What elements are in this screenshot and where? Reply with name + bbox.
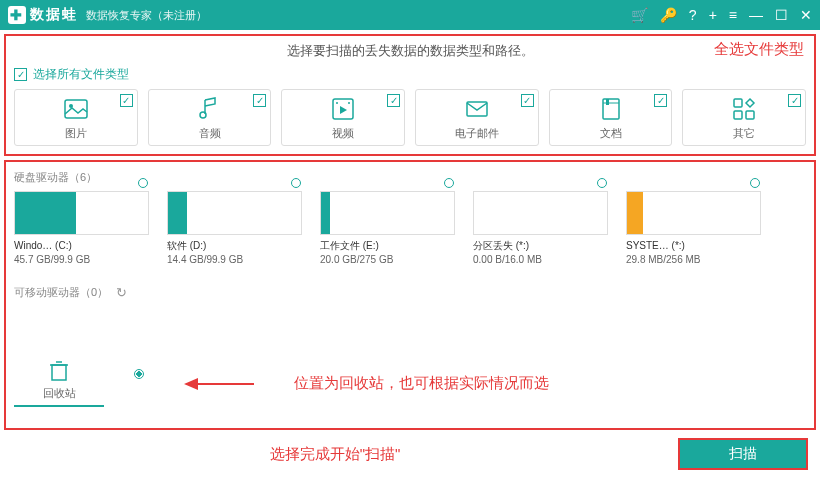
svg-rect-7 <box>467 102 487 116</box>
drive-usage: 29.8 MB/256 MB <box>626 253 761 267</box>
drive-usage: 20.0 GB/275 GB <box>320 253 455 267</box>
type-card-3[interactable]: ✓电子邮件 <box>415 89 539 146</box>
brand-text: 数据蛙 <box>30 6 78 24</box>
recycle-label: 回收站 <box>43 386 76 401</box>
svg-rect-13 <box>746 111 754 119</box>
drive-usage: 0.00 B/16.0 MB <box>473 253 608 267</box>
trash-icon <box>49 360 69 382</box>
svg-point-5 <box>348 102 350 104</box>
close-icon[interactable]: ✕ <box>800 7 812 23</box>
type-card-0[interactable]: ✓图片 <box>14 89 138 146</box>
annotation-start: 选择完成开始"扫描" <box>270 445 401 464</box>
type-label: 图片 <box>65 126 87 141</box>
titlebar: ✚ 数据蛙 数据恢复专家（未注册） 🛒 🔑 ? + ≡ — ☐ ✕ <box>0 0 820 30</box>
checkbox-icon: ✓ <box>14 68 27 81</box>
drive-name: 分区丢失 (*:) <box>473 239 608 253</box>
filetype-panel: 选择要扫描的丢失数据的数据类型和路径。 全选文件类型 ✓ 选择所有文件类型 ✓图… <box>4 34 816 156</box>
refresh-icon[interactable]: ↻ <box>116 285 127 300</box>
app-logo: ✚ 数据蛙 <box>8 6 78 24</box>
checkbox-icon: ✓ <box>521 94 534 107</box>
svg-rect-8 <box>603 99 619 119</box>
drive-radio[interactable] <box>750 178 760 188</box>
type-icon <box>464 96 490 122</box>
checkbox-icon: ✓ <box>654 94 667 107</box>
scan-button[interactable]: 扫描 <box>678 438 808 470</box>
type-card-1[interactable]: ✓音频 <box>148 89 272 146</box>
annotation-location: 位置为回收站，也可根据实际情况而选 <box>294 374 549 393</box>
type-label: 电子邮件 <box>455 126 499 141</box>
annotation-select-all: 全选文件类型 <box>714 40 804 59</box>
svg-point-2 <box>200 112 206 118</box>
svg-point-4 <box>336 102 338 104</box>
type-card-4[interactable]: ✓文档 <box>549 89 673 146</box>
instruction-text: 选择要扫描的丢失数据的数据类型和路径。 <box>14 42 806 60</box>
type-icon <box>63 96 89 122</box>
drive-name: SYSTE… (*:) <box>626 239 761 253</box>
drive-name: 工作文件 (E:) <box>320 239 455 253</box>
svg-rect-15 <box>52 365 66 380</box>
drive-2[interactable]: 工作文件 (E:)20.0 GB/275 GB <box>320 191 455 267</box>
select-all-label: 选择所有文件类型 <box>33 66 129 83</box>
type-label: 其它 <box>733 126 755 141</box>
drive-radio[interactable] <box>291 178 301 188</box>
help-icon[interactable]: ? <box>689 7 697 23</box>
footer: 选择完成开始"扫描" 扫描 <box>4 434 816 474</box>
recycle-radio-selected[interactable] <box>134 369 144 379</box>
svg-rect-10 <box>606 99 609 105</box>
select-all-checkbox[interactable]: ✓ 选择所有文件类型 <box>14 66 806 83</box>
svg-rect-12 <box>734 111 742 119</box>
svg-marker-14 <box>746 99 754 107</box>
checkbox-icon: ✓ <box>387 94 400 107</box>
type-label: 文档 <box>600 126 622 141</box>
key-icon[interactable]: 🔑 <box>660 7 677 23</box>
drive-radio[interactable] <box>444 178 454 188</box>
drive-name: Windo… (C:) <box>14 239 149 253</box>
drive-radio[interactable] <box>138 178 148 188</box>
removable-section-header: 可移动驱动器（0） ↻ <box>14 285 806 300</box>
svg-marker-19 <box>184 378 198 390</box>
menu-icon[interactable]: ≡ <box>729 7 737 23</box>
type-icon <box>197 96 223 122</box>
minimize-icon[interactable]: — <box>749 7 763 23</box>
drive-1[interactable]: 软件 (D:)14.4 GB/99.9 GB <box>167 191 302 267</box>
hdd-section-header: 硬盘驱动器（6） <box>14 170 806 185</box>
checkbox-icon: ✓ <box>253 94 266 107</box>
maximize-icon[interactable]: ☐ <box>775 7 788 23</box>
type-icon <box>731 96 757 122</box>
type-card-2[interactable]: ✓视频 <box>281 89 405 146</box>
location-panel: 硬盘驱动器（6） Windo… (C:)45.7 GB/99.9 GB软件 (D… <box>4 160 816 430</box>
drive-3[interactable]: 分区丢失 (*:)0.00 B/16.0 MB <box>473 191 608 267</box>
svg-rect-11 <box>734 99 742 107</box>
app-subtitle: 数据恢复专家（未注册） <box>86 8 207 23</box>
recycle-bin-option[interactable]: 回收站 <box>14 360 104 407</box>
drive-4[interactable]: SYSTE… (*:)29.8 MB/256 MB <box>626 191 761 267</box>
svg-marker-6 <box>340 106 347 114</box>
type-label: 视频 <box>332 126 354 141</box>
arrow-left-icon <box>184 375 254 393</box>
type-card-5[interactable]: ✓其它 <box>682 89 806 146</box>
drive-usage: 14.4 GB/99.9 GB <box>167 253 302 267</box>
logo-icon: ✚ <box>8 6 26 24</box>
drive-radio[interactable] <box>597 178 607 188</box>
cart-icon[interactable]: 🛒 <box>631 7 648 23</box>
drive-usage: 45.7 GB/99.9 GB <box>14 253 149 267</box>
type-icon <box>330 96 356 122</box>
drive-0[interactable]: Windo… (C:)45.7 GB/99.9 GB <box>14 191 149 267</box>
type-label: 音频 <box>199 126 221 141</box>
checkbox-icon: ✓ <box>120 94 133 107</box>
add-icon[interactable]: + <box>709 7 717 23</box>
titlebar-controls: 🛒 🔑 ? + ≡ — ☐ ✕ <box>631 7 812 23</box>
checkbox-icon: ✓ <box>788 94 801 107</box>
drive-name: 软件 (D:) <box>167 239 302 253</box>
type-icon <box>598 96 624 122</box>
